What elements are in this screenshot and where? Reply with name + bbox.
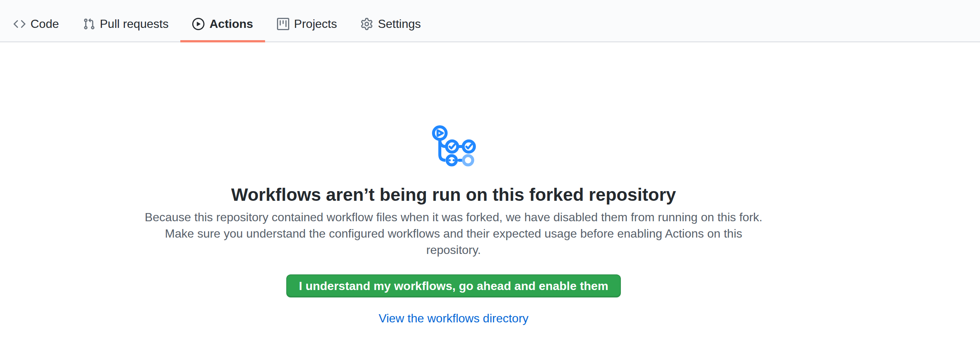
workflows-directory-link[interactable]: View the workflows directory: [379, 310, 528, 326]
tab-settings[interactable]: Settings: [349, 5, 433, 42]
tab-actions[interactable]: Actions: [180, 5, 265, 42]
actions-disabled-blankslate: Workflows aren’t being run on this forke…: [0, 42, 907, 326]
tab-pull-requests-label: Pull requests: [100, 18, 169, 30]
tab-code-label: Code: [30, 18, 59, 30]
workflow-graph-icon: [430, 121, 477, 167]
tab-projects[interactable]: Projects: [265, 5, 349, 42]
tab-pull-requests[interactable]: Pull requests: [71, 5, 181, 42]
enable-workflows-button[interactable]: I understand my workflows, go ahead and …: [286, 275, 621, 297]
gear-icon: [361, 18, 373, 30]
git-pull-request-icon: [83, 18, 95, 30]
tab-projects-label: Projects: [294, 18, 337, 30]
blankslate-heading: Workflows aren’t being run on this forke…: [231, 184, 676, 205]
code-icon: [13, 18, 25, 30]
repo-tab-nav: Code Pull requests Actions Projects Sett…: [0, 0, 980, 42]
tab-settings-label: Settings: [378, 18, 421, 30]
tab-actions-label: Actions: [209, 18, 253, 30]
blankslate-description: Because this repository contained workfl…: [138, 209, 770, 258]
project-icon: [277, 18, 289, 30]
play-icon: [192, 18, 204, 30]
tab-code[interactable]: Code: [2, 5, 71, 42]
